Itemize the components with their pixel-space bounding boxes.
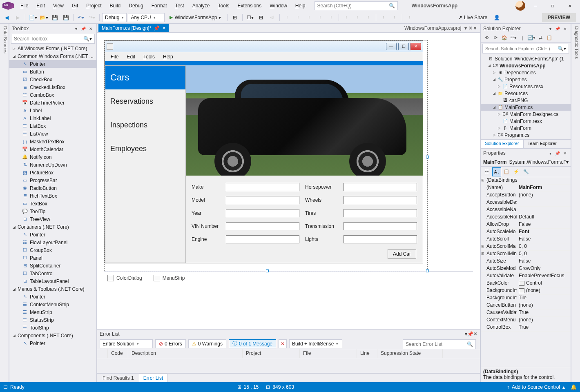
field-input[interactable]: [226, 209, 299, 217]
menu-extensions[interactable]: Extensions: [233, 1, 265, 10]
property-row[interactable]: ControlBoxTrue: [481, 324, 571, 332]
toolbox-item-panel[interactable]: ☐Panel: [9, 254, 96, 262]
toolbar-grid-button[interactable]: ⊞: [256, 13, 266, 22]
toolbox-item-button[interactable]: ▭Button: [9, 68, 96, 76]
toolbox-item-statusstrip[interactable]: ☰StatusStrip: [9, 316, 96, 324]
add-car-button[interactable]: Add Car: [388, 249, 416, 259]
error-search-input[interactable]: [406, 341, 467, 347]
events-icon[interactable]: ⚡: [512, 167, 521, 176]
error-col[interactable]: Project: [243, 349, 300, 358]
close-panel-icon[interactable]: ✕: [87, 25, 94, 32]
toolbox-item-groupbox[interactable]: ☐GroupBox: [9, 246, 96, 254]
property-row[interactable]: AcceptButton(none): [481, 192, 571, 199]
panel-dropdown-icon[interactable]: ▾: [547, 25, 553, 32]
pin-icon[interactable]: 📌: [554, 150, 561, 156]
se-node[interactable]: ▷📄Resources.resx: [481, 83, 571, 90]
errors-filter[interactable]: ⊘0 Errors: [155, 339, 186, 348]
nav-reservations[interactable]: Reservations: [105, 89, 185, 113]
property-row[interactable]: CancelButton(none): [481, 302, 571, 310]
error-col[interactable]: Line: [357, 349, 377, 358]
menu-debug[interactable]: Debug: [125, 1, 147, 10]
menu-view[interactable]: View: [49, 1, 68, 10]
toolbox-item-richtextbox[interactable]: ≣RichTextBox: [9, 192, 96, 200]
toolbox-item-treeview[interactable]: ⊟TreeView: [9, 215, 96, 223]
toolbox-item-flowlayoutpanel[interactable]: ☷FlowLayoutPanel: [9, 238, 96, 246]
menu-help[interactable]: Help: [291, 1, 310, 10]
property-row[interactable]: AutoScrollMa0, 0: [481, 243, 571, 251]
se-sync-icon[interactable]: ⟳: [492, 35, 499, 41]
toolbar-btn-b[interactable]: ☐▾: [245, 13, 255, 22]
field-input[interactable]: [226, 196, 299, 204]
toolbox-item-textbox[interactable]: ▭TextBox: [9, 200, 96, 207]
car-image[interactable]: [186, 65, 423, 176]
bottom-tab[interactable]: Error List: [139, 374, 168, 382]
se-node[interactable]: ▷C#Program.cs: [481, 131, 571, 138]
menu-format[interactable]: Format: [147, 1, 171, 10]
close-panel-icon[interactable]: ✕: [562, 150, 568, 156]
tray-item-colordialog[interactable]: ColorDialog: [107, 275, 142, 281]
toolbar-btn-a[interactable]: ⊞: [230, 13, 240, 22]
scope-combo[interactable]: Entire Solution▾: [100, 339, 153, 348]
nav-employees[interactable]: Employees: [105, 137, 185, 160]
toolbox-item-pointer[interactable]: ↖Pointer: [9, 339, 96, 347]
tab-solution-explorer[interactable]: Solution Explorer: [481, 140, 524, 148]
menu-tools[interactable]: Tools: [214, 1, 233, 10]
toolbox-item-listview[interactable]: ☰ListView: [9, 130, 96, 138]
live-share-button[interactable]: ↗Live Share: [455, 15, 491, 20]
undo-button[interactable]: ↶▾: [76, 13, 86, 22]
field-input[interactable]: [344, 222, 417, 230]
save-all-button[interactable]: 💾: [61, 13, 71, 22]
toolbox-item-numericupdown[interactable]: ⇅NumericUpDown: [9, 161, 96, 169]
toolbox-item-tablelayoutpanel[interactable]: ⊞TableLayoutPanel: [9, 277, 96, 285]
align-button-5[interactable]: ⫶: [326, 13, 336, 22]
solution-search[interactable]: 🔍▾: [482, 44, 569, 53]
se-home-icon2[interactable]: 🏠: [501, 35, 508, 41]
property-row[interactable]: BackgroundImTile: [481, 295, 571, 302]
toolbox-group[interactable]: ▷All Windows Forms (.NET Core): [9, 45, 96, 52]
start-debug-button[interactable]: ▶WindowsFormsApp▾: [166, 13, 225, 22]
field-input[interactable]: [344, 209, 417, 217]
toolbox-group[interactable]: ◢Components (.NET Core): [9, 332, 96, 339]
toolbox-item-monthcalendar[interactable]: 📅MonthCalendar: [9, 145, 96, 153]
se-node[interactable]: ▷C#MainForm.Designer.cs: [481, 111, 571, 118]
back-button[interactable]: ◀: [2, 13, 11, 22]
property-row[interactable]: (DataBindings: [481, 177, 571, 185]
form-menu-edit[interactable]: Edit: [123, 53, 139, 60]
toolbox-item-notifyicon[interactable]: 🔔NotifyIcon: [9, 153, 96, 161]
se-node[interactable]: 🖼car.PNG: [481, 97, 571, 104]
form-menu-file[interactable]: File: [107, 53, 123, 60]
redo-button[interactable]: ↷▾: [87, 13, 97, 22]
field-input[interactable]: [344, 235, 417, 243]
error-col[interactable]: Suppression State: [377, 349, 443, 358]
messages-filter[interactable]: ⓘ0 of 1 Message: [229, 339, 276, 348]
toolbox-group[interactable]: ◢Menus & Toolbars (.NET Core): [9, 285, 96, 293]
user-avatar[interactable]: [515, 1, 525, 11]
se-node[interactable]: ⊡Solution 'WindowsFormsApp' (1: [481, 55, 571, 62]
notifications-icon[interactable]: 🔔: [571, 384, 577, 390]
error-col[interactable]: [97, 349, 108, 358]
spacing-button-3[interactable]: ⫶: [364, 13, 373, 22]
pin-tab-icon[interactable]: 📌: [154, 25, 160, 31]
close-icon[interactable]: ✕: [563, 1, 577, 10]
save-button[interactable]: 💾: [50, 13, 60, 22]
document-tab[interactable]: MainForm.cs [Design]* 📌 ×: [98, 24, 169, 32]
form-menu-help[interactable]: Help: [159, 53, 177, 60]
field-input[interactable]: [226, 235, 299, 243]
menu-project[interactable]: Project: [82, 1, 105, 10]
se-collapse-icon[interactable]: ⇄: [537, 35, 544, 41]
se-refresh-icon[interactable]: 🔄▾: [528, 35, 535, 41]
menu-test[interactable]: Test: [171, 1, 188, 10]
se-showall-icon[interactable]: ☷▾: [510, 35, 517, 41]
form-menu-tools[interactable]: Tools: [139, 53, 159, 60]
align-button-4[interactable]: ⫶: [315, 13, 325, 22]
order-button-2[interactable]: ⫶: [390, 13, 399, 22]
property-row[interactable]: AccessibleDes: [481, 199, 571, 207]
nav-cars[interactable]: Cars: [105, 66, 185, 89]
toolbox-search[interactable]: 🔍▾: [11, 34, 95, 44]
property-row[interactable]: AutoValidateEnablePreventFocus: [481, 273, 571, 280]
pin-icon[interactable]: 📌: [80, 25, 87, 32]
toolbox-item-menustrip[interactable]: ☰MenuStrip: [9, 308, 96, 316]
toolbox-item-radiobutton[interactable]: ◉RadioButton: [9, 184, 96, 192]
toolbox-item-pointer[interactable]: ↖Pointer: [9, 293, 96, 301]
field-input[interactable]: [226, 183, 299, 191]
